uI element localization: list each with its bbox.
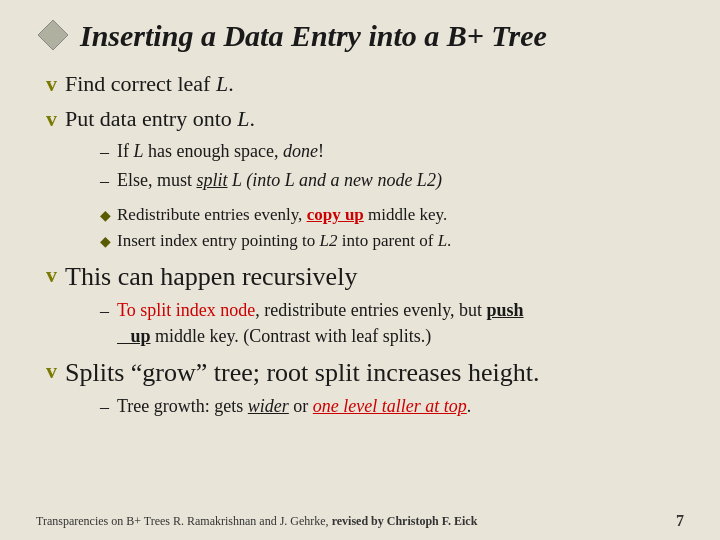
bullet-v-4: v	[46, 358, 57, 384]
sub-bullet-else: – Else, must split L (into L and a new n…	[100, 168, 684, 194]
bullet-put-text: Put data entry onto L.	[65, 105, 255, 134]
sub-bullet-recursive: – To split index node, redistribute entr…	[100, 298, 684, 348]
diamond-bullet-2: ◆	[100, 232, 111, 252]
dash-4: –	[100, 395, 109, 420]
sub-sub-insert: ◆ Insert index entry pointing to L2 into…	[100, 229, 684, 253]
footer: Transparencies on B+ Trees R. Ramakrishn…	[36, 512, 684, 530]
svg-marker-0	[38, 20, 68, 50]
diamond-icon	[36, 18, 70, 52]
bullet-v-3: v	[46, 262, 57, 288]
sub-sub-bullets: ◆ Redistribute entries evenly, copy up m…	[100, 203, 684, 254]
sub-bullet-splits-text: Tree growth: gets wider or one level tal…	[117, 394, 471, 419]
sub-bullet-splits: – Tree growth: gets wider or one level t…	[100, 394, 684, 420]
dash-1: –	[100, 140, 109, 165]
dash-2: –	[100, 169, 109, 194]
bullet-v-1: v	[46, 71, 57, 97]
bullet-recursive: v This can happen recursively	[46, 261, 684, 292]
bullet-put: v Put data entry onto L.	[46, 105, 684, 134]
bullet-find-text: Find correct leaf L.	[65, 70, 234, 99]
dash-3: –	[100, 299, 109, 324]
bullet-splits: v Splits “grow” tree; root split increas…	[46, 357, 684, 388]
footer-plain: Transparencies on B+ Trees R. Ramakrishn…	[36, 514, 332, 528]
sub-sub-redistribute: ◆ Redistribute entries evenly, copy up m…	[100, 203, 684, 227]
content: v Find correct leaf L. v Put data entry …	[36, 70, 684, 420]
sub-bullet-recursive-text: To split index node, redistribute entrie…	[117, 298, 524, 348]
sub-bullet-if-text: If L has enough space, done!	[117, 139, 324, 164]
bullet-v-2: v	[46, 106, 57, 132]
sub-bullet-else-text: Else, must split L (into L and a new nod…	[117, 168, 442, 193]
splits-sub: – Tree growth: gets wider or one level t…	[100, 394, 684, 420]
bullet-recursive-text: This can happen recursively	[65, 261, 357, 292]
bullet-find: v Find correct leaf L.	[46, 70, 684, 99]
sub-bullets-1: – If L has enough space, done! – Else, m…	[100, 139, 684, 194]
footer-text: Transparencies on B+ Trees R. Ramakrishn…	[36, 514, 477, 529]
page-number: 7	[676, 512, 684, 530]
sub-sub-redistribute-text: Redistribute entries evenly, copy up mid…	[117, 203, 447, 227]
title-area: Inserting a Data Entry into a B+ Tree	[36, 18, 684, 52]
slide: Inserting a Data Entry into a B+ Tree v …	[0, 0, 720, 540]
sub-bullet-if: – If L has enough space, done!	[100, 139, 684, 165]
diamond-bullet-1: ◆	[100, 206, 111, 226]
recursive-sub: – To split index node, redistribute entr…	[100, 298, 684, 348]
sub-sub-insert-text: Insert index entry pointing to L2 into p…	[117, 229, 451, 253]
slide-title: Inserting a Data Entry into a B+ Tree	[80, 19, 547, 52]
footer-bold: revised by Christoph F. Eick	[332, 514, 478, 528]
bullet-splits-text: Splits “grow” tree; root split increases…	[65, 357, 539, 388]
